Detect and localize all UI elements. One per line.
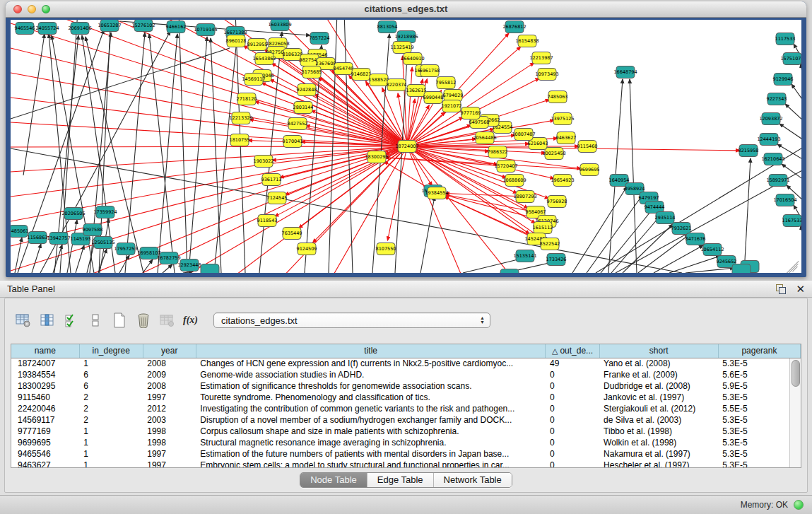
graph-node[interactable]: 18300295 xyxy=(365,151,388,163)
graph-node[interactable]: 10653287 xyxy=(98,20,121,32)
column-header-short[interactable]: short xyxy=(599,344,718,358)
graph-node[interactable]: 17359924 xyxy=(93,206,117,218)
graph-node[interactable]: 24055724 xyxy=(35,23,59,35)
graph-node[interactable]: 15720407 xyxy=(494,160,517,173)
graph-node[interactable]: 10807487 xyxy=(512,129,535,141)
graph-node[interactable]: 6990448 xyxy=(423,92,444,104)
graph-node[interactable]: 7986322 xyxy=(488,146,508,158)
table-row[interactable]: 911546021997Tourette syndrome. Phenomeno… xyxy=(11,392,801,403)
graph-node[interactable]: 9124509 xyxy=(297,243,317,255)
graph-node[interactable]: 1810755 xyxy=(230,134,250,146)
graph-node[interactable]: 15135141 xyxy=(513,250,536,262)
graph-node[interactable]: 1733426 xyxy=(546,254,567,266)
graph-node[interactable]: 12923448 xyxy=(177,259,201,271)
select-rows-button[interactable] xyxy=(63,312,80,329)
graph-node[interactable]: 18724007 xyxy=(395,141,418,153)
graph-node[interactable]: 7857224 xyxy=(310,33,330,45)
graph-node[interactable]: 26876812 xyxy=(502,21,526,33)
resize-grip-icon[interactable] xyxy=(784,256,800,271)
graph-node[interactable]: 6794029 xyxy=(443,90,464,102)
graph-node[interactable]: 12505135 xyxy=(91,237,114,249)
graph-node[interactable]: 8107550 xyxy=(376,243,396,255)
column-header-in_degree[interactable]: in_degree xyxy=(79,344,143,358)
create-column-button[interactable] xyxy=(111,312,128,329)
graph-node[interactable]: 12444193 xyxy=(757,134,780,146)
graph-node[interactable]: 9465546 xyxy=(15,23,35,35)
graph-node[interactable]: 8215958 xyxy=(739,145,759,157)
graph-node[interactable]: 1903022 xyxy=(254,156,274,168)
column-header-name[interactable]: name xyxy=(11,344,79,358)
table-row[interactable]: 1872400712008Changes of HCN gene express… xyxy=(11,358,801,369)
table-selector-dropdown[interactable]: citations_edges.txt ▲ ▼ xyxy=(213,313,490,328)
graph-node[interactable]: 10973493 xyxy=(535,69,558,81)
zoom-window-button[interactable] xyxy=(42,5,50,13)
graph-node[interactable]: 9463627 xyxy=(556,132,577,144)
graph-node[interactable]: 17957253 xyxy=(114,243,137,255)
graph-node[interactable]: 1156863 xyxy=(28,232,48,244)
graph-node[interactable] xyxy=(201,264,219,274)
graph-node[interactable]: 7955812 xyxy=(436,77,457,89)
graph-node[interactable]: 9118543 xyxy=(257,215,278,227)
table-row[interactable]: 946362711997Embryonic stem cells: a mode… xyxy=(11,460,801,468)
graph-node[interactable]: 9474444 xyxy=(645,201,665,214)
graph-node[interactable]: 16154838 xyxy=(515,35,539,47)
network-canvas-svg[interactable]: 9465546240557242069140610653287152761029… xyxy=(11,20,801,273)
graph-node[interactable]: 16543862 xyxy=(252,53,276,65)
delete-table-disabled-button[interactable] xyxy=(159,312,176,329)
tab-edge-table[interactable]: Edge Table xyxy=(367,473,434,487)
graph-node[interactable]: 19654923 xyxy=(551,175,574,187)
graph-node[interactable]: 7485061 xyxy=(11,226,28,238)
graph-node[interactable]: 20564486 xyxy=(473,132,496,144)
graph-node[interactable]: 9361713 xyxy=(261,174,282,186)
graph-node[interactable]: 8427552 xyxy=(288,118,308,130)
graph-node[interactable]: 9242848 xyxy=(297,84,317,96)
graph-node[interactable]: 8912955 xyxy=(247,39,268,51)
graph-node[interactable]: 1117533 xyxy=(775,33,796,45)
delete-column-button[interactable] xyxy=(135,312,152,329)
row-height-button[interactable] xyxy=(87,312,104,329)
graph-node[interactable]: 7932621 xyxy=(671,223,692,235)
graph-node[interactable]: 8813054 xyxy=(377,21,398,33)
network-canvas[interactable]: 9465546240557242069140610653287152761029… xyxy=(11,20,801,273)
graph-node[interactable]: 9097588 xyxy=(83,224,103,236)
memory-status-icon[interactable] xyxy=(794,500,804,510)
graph-node[interactable]: 12093872 xyxy=(759,113,782,125)
table-row[interactable]: 1938455462009Genome-wide association stu… xyxy=(11,369,801,380)
table-row[interactable]: 2242004622012Investigating the contribut… xyxy=(11,403,801,414)
graph-node[interactable]: 17016504 xyxy=(773,194,796,206)
table-row[interactable]: 1830029562008Estimation of significance … xyxy=(11,380,801,392)
tab-network-table[interactable]: Network Table xyxy=(434,473,512,487)
graph-node[interactable]: 13975125 xyxy=(551,113,574,125)
graph-node[interactable]: 15751074 xyxy=(780,53,801,65)
graph-node[interactable]: 20206505 xyxy=(61,208,85,220)
graph-node[interactable] xyxy=(732,264,751,274)
table-vertical-scrollbar[interactable] xyxy=(789,358,801,467)
graph-node[interactable]: 12213329 xyxy=(229,112,252,124)
graph-node[interactable]: 9170041 xyxy=(283,136,303,148)
graph-node[interactable]: 10688609 xyxy=(502,175,526,187)
column-header-title[interactable]: title xyxy=(196,344,546,358)
graph-node[interactable]: 1167533 xyxy=(782,215,801,227)
graph-node[interactable]: 9129946 xyxy=(773,74,794,86)
graph-node[interactable]: 9756928 xyxy=(547,196,567,208)
table-row[interactable]: 969969511998Structural magnetic resonanc… xyxy=(11,437,801,448)
float-panel-button[interactable] xyxy=(775,284,786,294)
graph-node[interactable]: 3175685 xyxy=(302,66,322,78)
graph-node[interactable]: 2935114 xyxy=(655,212,676,224)
graph-node[interactable]: 19218986 xyxy=(394,31,418,43)
column-header-year[interactable]: year xyxy=(143,344,196,358)
graph-node[interactable]: 8471676 xyxy=(686,233,706,245)
column-header-out_de[interactable]: △out_de... xyxy=(546,344,599,358)
table-row[interactable]: 977716911998Corpus callosum shape and si… xyxy=(11,426,801,437)
graph-node[interactable]: 7485063 xyxy=(548,91,568,103)
graph-node[interactable]: 15276102 xyxy=(131,20,155,32)
close-panel-button[interactable]: ✕ xyxy=(796,284,805,294)
graph-node[interactable]: 8220374 xyxy=(387,79,407,91)
tab-node-table[interactable]: Node Table xyxy=(300,473,367,487)
graph-node[interactable]: 18807293 xyxy=(513,191,536,203)
graph-node[interactable]: 2718120 xyxy=(237,93,257,105)
graph-node[interactable]: 15892971 xyxy=(766,175,789,187)
graph-node[interactable]: 12213987 xyxy=(529,52,553,64)
graph-node[interactable]: 16033809 xyxy=(268,20,291,31)
graph-node[interactable]: 16640910 xyxy=(401,53,424,65)
